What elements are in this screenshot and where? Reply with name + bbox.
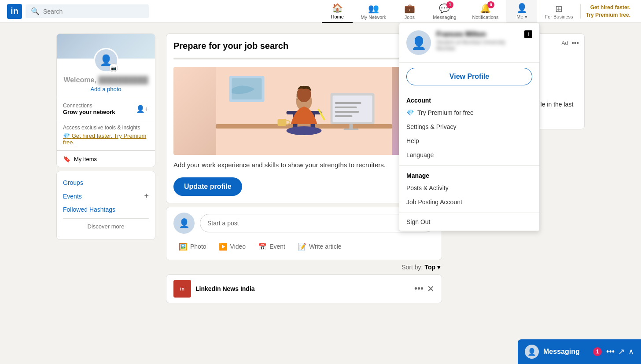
help-item[interactable]: Help bbox=[399, 134, 539, 148]
posts-activity-item[interactable]: Posts & Activity bbox=[399, 181, 539, 195]
dropdown-user-title: Student at Mumbai University Mumbai bbox=[436, 39, 519, 51]
nav-business[interactable]: ⊞ For Business bbox=[539, 0, 578, 23]
premium-promo: Get hired faster. Try Premium free. bbox=[580, 4, 634, 19]
messaging-count-badge: 1 bbox=[593, 347, 602, 356]
manage-section: Manage Posts & Activity Job Posting Acco… bbox=[399, 166, 539, 213]
dropdown-avatar: 👤 bbox=[406, 30, 431, 55]
main-nav: 🏠 Home 👥 My Network 💼 Jobs 💬 1 Messaging… bbox=[322, 0, 634, 23]
view-profile-button[interactable]: View Profile bbox=[406, 68, 532, 85]
nav-notifications[interactable]: 🔔 6 Notifications bbox=[464, 0, 506, 23]
nav-home[interactable]: 🏠 Home bbox=[322, 0, 353, 23]
nav-notifications-label: Notifications bbox=[472, 15, 498, 20]
search-input[interactable] bbox=[43, 8, 144, 15]
notifications-icon: 🔔 6 bbox=[480, 3, 491, 14]
dropdown-user-name: Frances Milton bbox=[436, 30, 519, 38]
settings-label: Settings & Privacy bbox=[406, 123, 457, 130]
help-label: Help bbox=[406, 137, 419, 144]
header: in 🔍 🏠 Home 👥 My Network 💼 Jobs 💬 1 Mess… bbox=[0, 0, 641, 23]
nav-messaging-label: Messaging bbox=[433, 15, 456, 20]
search-icon: 🔍 bbox=[31, 7, 40, 15]
language-label: Language bbox=[406, 151, 434, 158]
messaging-avatar: 👤 bbox=[525, 345, 539, 359]
notifications-badge: 6 bbox=[487, 1, 494, 8]
nav-jobs[interactable]: 💼 Jobs bbox=[394, 0, 425, 23]
account-section: Account 💎 Try Premium for free Settings … bbox=[399, 91, 539, 166]
manage-section-title: Manage bbox=[399, 169, 539, 181]
settings-item[interactable]: Settings & Privacy bbox=[399, 120, 539, 134]
nav-home-label: Home bbox=[331, 14, 344, 19]
business-grid-icon: ⊞ bbox=[555, 4, 563, 14]
messaging-nav-icon: 💬 1 bbox=[439, 3, 450, 14]
home-icon: 🏠 bbox=[332, 3, 343, 13]
nav-business-label: For Business bbox=[545, 14, 573, 19]
nav-me[interactable]: 👤 Me ▾ bbox=[506, 0, 537, 23]
messaging-external-icon[interactable]: ↗ bbox=[618, 347, 625, 357]
info-icon[interactable]: i bbox=[524, 30, 532, 38]
nav-jobs-label: Jobs bbox=[405, 15, 415, 20]
me-dropdown: 👤 Frances Milton Student at Mumbai Unive… bbox=[399, 23, 540, 231]
messaging-more-icon[interactable]: ••• bbox=[606, 347, 615, 357]
nav-network[interactable]: 👥 My Network bbox=[353, 0, 394, 23]
sign-out-label: Sign Out bbox=[406, 218, 430, 225]
me-icon: 👤 bbox=[516, 3, 527, 13]
premium-line2-link[interactable]: Try Premium free. bbox=[586, 11, 630, 19]
dropdown-profile-section: 👤 Frances Milton Student at Mumbai Unive… bbox=[399, 23, 539, 63]
premium-line1-link[interactable]: Get hired faster. bbox=[590, 4, 630, 11]
try-premium-item[interactable]: 💎 Try Premium for free bbox=[399, 106, 539, 120]
linkedin-logo[interactable]: in bbox=[7, 4, 22, 19]
nav-network-label: My Network bbox=[361, 15, 386, 20]
messaging-label: Messaging bbox=[543, 348, 589, 356]
job-posting-label: Job Posting Account bbox=[406, 199, 462, 206]
premium-gem-icon: 💎 bbox=[406, 109, 414, 116]
messaging-icons: ••• ↗ ∧ bbox=[606, 347, 634, 357]
language-item[interactable]: Language bbox=[399, 148, 539, 162]
jobs-icon: 💼 bbox=[404, 3, 415, 14]
job-posting-item[interactable]: Job Posting Account bbox=[399, 195, 539, 209]
posts-activity-label: Posts & Activity bbox=[406, 184, 449, 191]
dropdown-user-info: Frances Milton Student at Mumbai Univers… bbox=[436, 30, 519, 51]
sign-out-item[interactable]: Sign Out bbox=[399, 213, 539, 231]
nav-messaging[interactable]: 💬 1 Messaging bbox=[425, 0, 464, 23]
dropdown-overlay: 👤 Frances Milton Student at Mumbai Unive… bbox=[0, 23, 641, 364]
messaging-badge: 1 bbox=[446, 1, 453, 8]
account-section-title: Account bbox=[399, 94, 539, 106]
network-icon: 👥 bbox=[368, 3, 379, 14]
search-bar[interactable]: 🔍 bbox=[26, 4, 149, 18]
messaging-collapse-icon[interactable]: ∧ bbox=[628, 347, 634, 357]
nav-me-label: Me ▾ bbox=[516, 14, 527, 20]
try-premium-label: Try Premium for free bbox=[417, 109, 474, 116]
messaging-bar[interactable]: 👤 Messaging 1 ••• ↗ ∧ bbox=[518, 339, 641, 364]
